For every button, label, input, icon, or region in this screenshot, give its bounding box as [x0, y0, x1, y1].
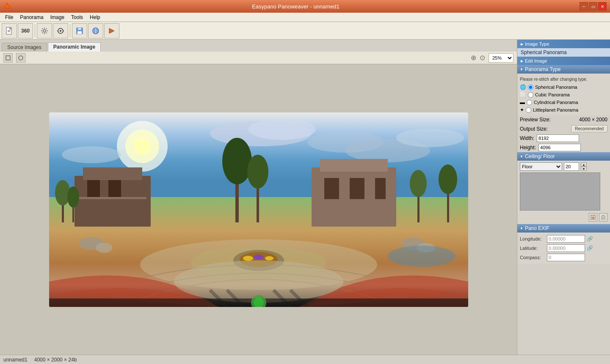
latitude-row: Latitude: 🔗 — [520, 244, 607, 253]
svg-rect-37 — [79, 197, 146, 199]
svg-rect-40 — [324, 178, 339, 199]
radio-littleplanet-input[interactable] — [526, 107, 531, 113]
radio-spherical-input[interactable] — [528, 85, 533, 90]
preview-size-row: Preview Size: 4000 × 2000 — [517, 115, 610, 124]
latitude-input[interactable] — [547, 244, 585, 252]
delete-image-button[interactable] — [599, 213, 607, 222]
flat-view-button[interactable] — [3, 53, 13, 63]
svg-rect-41 — [350, 178, 364, 199]
pano-exif-header[interactable]: ▼ Pano EXIF — [517, 224, 610, 233]
svg-rect-35 — [87, 180, 100, 197]
floor-value-input[interactable] — [564, 162, 579, 171]
svg-point-6 — [43, 30, 46, 32]
floor-select[interactable]: Floor Ceiling — [520, 162, 562, 171]
svg-point-70 — [388, 246, 455, 267]
spin-up-button[interactable]: ▲ — [581, 162, 587, 167]
app-logo — [3, 2, 12, 11]
ceiling-floor-label: Ceiling/ Floor — [525, 153, 555, 159]
svg-text:360°: 360° — [21, 28, 30, 34]
tab-panoramic-image[interactable]: Panoramic Image — [48, 42, 101, 52]
longitude-label: Longitude: — [520, 236, 545, 241]
panoramic-image[interactable] — [49, 112, 468, 307]
radio-cylindrical-input[interactable] — [527, 100, 532, 105]
ceiling-floor-row: Floor Ceiling ▲ ▼ — [520, 162, 607, 171]
window-controls: ─ ▭ ✕ — [580, 2, 607, 11]
close-button[interactable]: ✕ — [598, 2, 607, 11]
svg-rect-42 — [375, 178, 386, 199]
pano-exif-content: Longitude: 🔗 Latitude: 🔗 Compass: — [517, 233, 610, 264]
cylinder-icon: ▬ — [520, 99, 525, 105]
edit-image-label: Edit Image — [525, 58, 547, 63]
width-input[interactable] — [537, 134, 579, 142]
menu-help[interactable]: Help — [86, 14, 104, 21]
svg-point-21 — [19, 56, 23, 60]
menu-bar: File Panorama Image Tools Help — [0, 13, 610, 22]
tab-source-images[interactable]: Source Images — [2, 43, 47, 52]
svg-point-48 — [222, 138, 252, 184]
latitude-link-icon[interactable]: 🔗 — [587, 245, 593, 251]
menu-image[interactable]: Image — [47, 14, 68, 21]
svg-point-59 — [243, 256, 253, 261]
radio-spherical[interactable]: 🌐 Spherical Panorama — [520, 83, 607, 91]
panorama-type-header[interactable]: ▼ Panorama Type — [517, 65, 610, 74]
edit-image-section[interactable]: ▶ Edit Image — [517, 57, 610, 65]
svg-point-60 — [254, 255, 264, 260]
preview-size-value: 4000 × 2000 — [579, 117, 607, 123]
radio-cubic[interactable]: ⬜ Cubic Panorama — [520, 91, 607, 99]
new-button[interactable] — [2, 23, 17, 38]
svg-rect-36 — [108, 180, 121, 197]
radio-littleplanet[interactable]: ✦ Littleplanet Panorama — [520, 106, 607, 114]
radio-cubic-input[interactable] — [528, 92, 533, 98]
radio-spherical-label: Spherical Panorama — [535, 85, 577, 90]
menu-panorama[interactable]: Panorama — [17, 14, 47, 21]
svg-point-28 — [248, 119, 316, 140]
svg-point-8 — [60, 30, 61, 32]
svg-point-50 — [247, 155, 268, 189]
menu-tools[interactable]: Tools — [68, 14, 86, 21]
compass-input[interactable] — [547, 254, 585, 261]
panorama-type-content: Please re-stitch after changing type. 🌐 … — [517, 74, 610, 115]
settings-button[interactable] — [37, 23, 52, 38]
view-button[interactable] — [53, 23, 68, 38]
height-input[interactable] — [538, 144, 581, 151]
sphere-icon: 🌐 — [520, 84, 526, 90]
preview-size-label: Preview Size: — [520, 117, 551, 123]
svg-point-61 — [265, 256, 273, 260]
ceiling-floor-header[interactable]: ▼ Ceiling/ Floor — [517, 152, 610, 161]
publish-button[interactable] — [104, 23, 119, 38]
recommended-button[interactable]: Recommended — [571, 125, 607, 132]
window-title: Easypano Panoweaver - unnamed1 — [12, 3, 580, 10]
panoramic-image-container — [0, 64, 517, 355]
minimize-button[interactable]: ─ — [580, 2, 588, 11]
main-container: Source Images Panoramic Image ⊕ ⊙ — [0, 40, 610, 355]
longitude-link-icon[interactable]: 🔗 — [587, 236, 593, 242]
svg-point-67 — [96, 243, 113, 253]
restore-button[interactable]: ▭ — [589, 2, 597, 11]
svg-point-31 — [396, 129, 464, 147]
zoom-select[interactable]: 25% 50% 75% 100% Fit — [489, 53, 513, 63]
color-preview[interactable] — [520, 172, 600, 211]
image-action-buttons — [520, 212, 607, 222]
output-size-label: Output Size: — [520, 126, 548, 132]
width-label: Width: — [520, 135, 534, 141]
tab-bar: Source Images Panoramic Image — [0, 40, 517, 52]
height-row: Height: — [517, 143, 610, 152]
right-panel: ▶ Image Type Spherical Panorama ▶ Edit I… — [517, 40, 610, 355]
menu-file[interactable]: File — [2, 14, 17, 21]
sphere-view-button[interactable] — [16, 53, 25, 63]
svg-rect-34 — [83, 167, 142, 180]
web-button[interactable] — [88, 23, 103, 38]
save-button[interactable] — [72, 23, 87, 38]
crosshair-icon: ⊕ — [471, 54, 476, 62]
svg-point-32 — [62, 146, 121, 163]
triangle-down-ceiling: ▼ — [520, 155, 523, 159]
import-image-button[interactable] — [589, 213, 597, 222]
radio-cylindrical-label: Cylindrical Panorama — [534, 100, 578, 105]
radio-cylindrical[interactable]: ▬ Cylindrical Panorama — [520, 99, 607, 106]
image-view: ⊕ ⊙ 25% 50% 75% 100% Fit — [0, 52, 517, 355]
spin-down-button[interactable]: ▼ — [581, 167, 587, 171]
svg-marker-0 — [4, 3, 10, 8]
longitude-row: Longitude: 🔗 — [520, 234, 607, 244]
longitude-input[interactable] — [547, 235, 585, 243]
360-button[interactable]: 360° — [18, 23, 33, 38]
